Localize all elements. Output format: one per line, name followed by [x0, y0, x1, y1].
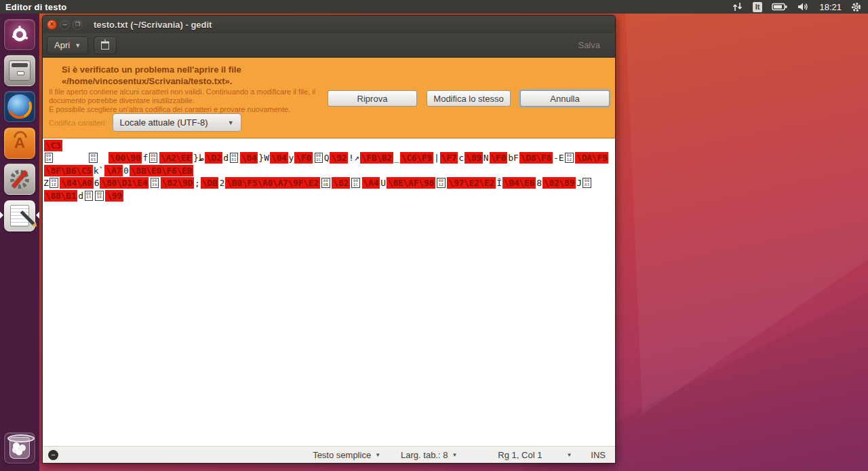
invalid-byte-sequence: \A4: [362, 177, 380, 189]
minimize-button[interactable]: –: [60, 20, 70, 30]
window-title: testo.txt (~/Scrivania) - gedit: [94, 20, 212, 30]
plain-text: }ط: [193, 153, 204, 163]
invalid-byte-sequence: \89: [465, 152, 483, 164]
window-titlebar[interactable]: × – ❒ testo.txt (~/Scrivania) - gedit: [43, 16, 615, 33]
tab-space: [54, 157, 88, 158]
plain-text: Q: [324, 153, 330, 163]
new-document-button[interactable]: [94, 37, 117, 54]
network-updown-icon[interactable]: [732, 2, 743, 12]
invalid-byte-sequence: \DB: [201, 177, 219, 189]
cursor-position: Rg 1, Col 1: [494, 449, 546, 461]
plain-text: f: [142, 153, 148, 163]
plain-text: !↗: [349, 153, 359, 163]
plain-text: }W: [258, 153, 269, 163]
save-button-disabled[interactable]: Salva: [571, 37, 607, 53]
launcher-item-gedit[interactable]: [4, 200, 35, 231]
plain-text: 0: [123, 166, 129, 176]
editor-line: \C3: [43, 139, 614, 152]
plain-text: Z: [43, 178, 49, 188]
software-center-icon: A: [14, 136, 25, 151]
desktop: Editor di testo It: [0, 0, 868, 471]
launcher-item-files[interactable]: [4, 55, 35, 86]
unity-launcher: A: [0, 14, 39, 471]
volume-icon[interactable]: [797, 2, 810, 12]
plain-text: U: [380, 178, 386, 188]
infobar-buttons: Riprova Modifica lo stesso Annulla: [328, 90, 610, 107]
invalid-byte-sequence: \F0: [490, 152, 508, 164]
encoding-row: Codifica caratteri: Locale attuale (UTF-…: [49, 113, 241, 132]
invalid-byte-sequence: \F0: [294, 152, 313, 164]
editor-line: \88\B1d00130018\99: [43, 189, 614, 202]
invalid-byte-sequence: \82\89: [542, 177, 576, 189]
launcher-item-trash[interactable]: [4, 432, 35, 464]
invalid-byte-sequence: \8F\B6\C5: [44, 165, 93, 176]
statusbar-right: Testo semplice ▼ Larg. tab.: 8 ▼ Rg 1, C…: [309, 449, 610, 461]
editor-content[interactable]: \C300840083\00\90f0085\A2\EE}ط\D2d0081\8…: [43, 138, 615, 446]
battery-icon[interactable]: [772, 2, 788, 12]
invalid-byte-sequence: \D2: [205, 152, 223, 164]
launcher-item-dash-home[interactable]: [4, 19, 35, 50]
invalid-byte-sequence: \C6\F9: [400, 152, 433, 164]
edit-anyway-button[interactable]: Modifica lo stesso: [427, 90, 511, 107]
plain-text: d: [78, 191, 83, 201]
tab-width-label: Larg. tab.: 8: [401, 450, 448, 460]
trash-icon: [9, 437, 30, 459]
invalid-byte-sequence: \80\D1\E4: [100, 177, 149, 189]
plain-text: J: [576, 178, 582, 188]
keyboard-layout-indicator[interactable]: It: [753, 2, 763, 12]
maximize-button[interactable]: ❒: [73, 20, 83, 30]
language-selector[interactable]: Testo semplice ▼: [309, 449, 384, 461]
encoding-dropdown-value: Locale attuale (UTF-8): [120, 117, 208, 128]
encoding-error-infobar: Si è verificato un problema nell'aprire …: [43, 58, 615, 138]
plain-text: y: [289, 153, 294, 163]
statusbar: − Testo semplice ▼ Larg. tab.: 8 ▼ Rg 1,…: [43, 446, 615, 463]
close-button[interactable]: ×: [47, 20, 57, 30]
cancel-button[interactable]: Annulla: [520, 90, 610, 107]
unknown-glyph-box: 001C: [315, 153, 323, 163]
open-button[interactable]: Apri ▼: [47, 37, 88, 54]
invalid-byte-sequence: \88\B1: [44, 190, 77, 202]
file-cabinet-icon: [9, 60, 31, 81]
gedit-window: × – ❒ testo.txt (~/Scrivania) - gedit Ap…: [42, 15, 616, 464]
plain-text: N: [484, 153, 489, 163]
clock[interactable]: 18:21: [819, 2, 842, 12]
session-gear-icon[interactable]: [851, 2, 861, 12]
invalid-byte-sequence: \8E\AF\98: [387, 177, 435, 189]
plain-text: ;: [195, 178, 200, 188]
invalid-byte-sequence: \82\9D: [161, 177, 194, 189]
invalid-byte-sequence: \F7: [440, 152, 458, 164]
infobar-body-line2: È possibile scegliere un'altra codifica …: [49, 105, 332, 114]
editor-line: \8F\B6\C5k`\A70\8B\E0\F6\EB: [43, 164, 614, 177]
launcher-item-firefox[interactable]: [4, 91, 35, 122]
invalid-byte-sequence: \D8\F8: [519, 152, 553, 164]
active-app-title: Editor di testo: [5, 2, 66, 12]
invalid-byte-sequence: \C3: [44, 140, 62, 151]
panel-toggle-button[interactable]: −: [48, 450, 58, 460]
running-indicator-arrow: [0, 212, 3, 219]
launcher-item-system-settings[interactable]: [4, 164, 35, 195]
encoding-dropdown[interactable]: Locale attuale (UTF-8) ▼: [113, 113, 241, 132]
plain-text: Î: [496, 178, 502, 188]
tab-space: [98, 157, 108, 158]
infobar-body-line1: Il file aperto contiene alcuni caratteri…: [49, 88, 332, 105]
unknown-glyph-box: 0012: [565, 153, 574, 163]
chevron-down-icon: ▼: [75, 42, 81, 49]
unknown-glyph-box: 0081: [230, 153, 239, 163]
invalid-byte-sequence: \84\A0: [60, 177, 93, 189]
unknown-glyph-box: 0084: [45, 153, 54, 163]
system-tray: It 18:21: [732, 2, 868, 12]
launcher-item-software-center[interactable]: A: [4, 128, 35, 159]
retry-button[interactable]: Riprova: [328, 90, 417, 107]
editor-line: Z001E\84\A06\80\D1\E40019\82\9D;\DB2\B0\…: [43, 177, 614, 190]
invalid-byte-sequence: \A2\EE: [159, 152, 193, 164]
unknown-glyph-box: 0083: [89, 153, 98, 163]
infobar-body: Il file aperto contiene alcuni caratteri…: [49, 88, 332, 114]
goto-line-dropdown[interactable]: ▼: [562, 450, 576, 460]
unknown-glyph-box: 008B: [321, 178, 330, 188]
tab-width-selector[interactable]: Larg. tab.: 8 ▼: [397, 449, 461, 461]
unknown-glyph-box: 001C: [351, 178, 360, 188]
language-selector-label: Testo semplice: [313, 450, 371, 460]
invalid-byte-sequence: \B4\E6: [502, 177, 536, 189]
chevron-down-icon: ▼: [228, 119, 234, 126]
invalid-byte-sequence: \FB\B2: [360, 152, 393, 164]
